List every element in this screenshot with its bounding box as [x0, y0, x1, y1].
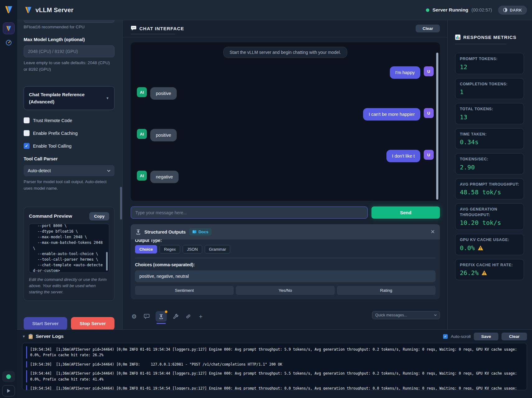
- tool-call-parser-select[interactable]: Auto-detect: [24, 165, 114, 176]
- checkbox-row[interactable]: Trust Remote Code: [24, 117, 114, 123]
- clamp-icon: [159, 314, 164, 319]
- dtype-hint: BFloat16 recommended for CPU: [24, 24, 114, 30]
- header-right-group: Server Running (00:02:57) DARK: [426, 6, 527, 15]
- quick-messages-select[interactable]: Quick messages...: [372, 311, 440, 319]
- book-icon: [192, 230, 197, 234]
- green-status-dot-icon: [6, 374, 11, 379]
- settings-checkbox-list: Trust Remote Code Enable Prefix Caching …: [24, 117, 114, 149]
- settings-scrollbar[interactable]: [120, 187, 122, 220]
- checkbox[interactable]: [24, 130, 30, 136]
- message-bubble: positive: [150, 129, 177, 141]
- metric-value: 0.34s: [460, 138, 478, 146]
- output-type-button[interactable]: Regex: [160, 245, 180, 253]
- command-scrollbar[interactable]: [106, 252, 108, 271]
- command-preview-editor[interactable]: --port 8000 \ --dtype bfloat16 \ --max-m…: [29, 224, 109, 273]
- choices-preset-button[interactable]: Rating: [337, 286, 436, 295]
- autoscroll-label: Auto-scroll: [451, 334, 471, 339]
- log-entry: [19:54:39] [1;36m(APIServer pid=34464) […: [26, 361, 523, 367]
- server-status-label: Server Running: [432, 7, 468, 13]
- metric-card: PROMPT TOKENS: 12: [455, 53, 524, 74]
- checkbox-row[interactable]: Enable Prefix Caching: [24, 130, 114, 136]
- output-type-button[interactable]: Grammar: [205, 245, 231, 253]
- rail-item-vllm[interactable]: [3, 22, 15, 34]
- theme-toggle-button[interactable]: DARK: [498, 6, 527, 15]
- rail-item-metrics[interactable]: [5, 39, 12, 46]
- command-preview-card: Command Preview Copy --port 8000 \ --dty…: [24, 207, 114, 301]
- chat-bubble-icon: [131, 26, 137, 31]
- status-indicator-button[interactable]: [2, 371, 15, 382]
- metric-card: AVG PROMPT THROUGHPUT: 48.58 tok/s: [455, 178, 524, 200]
- metric-value: 26.2%: [460, 269, 478, 277]
- output-type-label: Output Type:: [135, 239, 436, 243]
- checkbox[interactable]: [24, 143, 30, 149]
- log-entry: [19:54:54] [1;36m(APIServer pid=34464) […: [26, 385, 523, 390]
- logs-clear-button[interactable]: Clear: [502, 333, 527, 340]
- metric-label: PREFIX CACHE HIT RATE:: [460, 263, 519, 268]
- chat-messages-area[interactable]: Start the vLLM server and begin chatting…: [131, 42, 440, 201]
- vllm-icon: [6, 25, 12, 31]
- expand-panel-button[interactable]: [2, 385, 15, 396]
- close-icon[interactable]: ✕: [431, 229, 435, 235]
- chat-clear-button[interactable]: Clear: [416, 25, 440, 32]
- chat-template-reference-label: Chat Template Reference (Advanced): [29, 91, 100, 106]
- metric-card: TIME TAKEN: 0.34s: [455, 128, 524, 149]
- notification-dot-icon: [165, 310, 167, 313]
- output-type-button[interactable]: JSON: [183, 245, 202, 253]
- metric-value: 13: [460, 113, 467, 121]
- warning-icon: [478, 245, 483, 250]
- chat-scrollbar[interactable]: [436, 53, 438, 200]
- structured-outputs-toggle-button[interactable]: [156, 311, 167, 322]
- log-entry: [19:54:34] [1;36m(APIServer pid=34464) […: [26, 346, 523, 358]
- checkbox-label: Trust Remote Code: [33, 118, 72, 123]
- comment-icon[interactable]: [143, 311, 150, 322]
- log-output[interactable]: [19:54:34] [1;36m(APIServer pid=34464) […: [22, 343, 527, 390]
- metric-value: 2.90: [460, 163, 475, 171]
- metric-value: 12: [460, 63, 467, 71]
- gauge-icon: [5, 39, 12, 46]
- choices-preset-button[interactable]: Sentiment: [135, 286, 234, 295]
- link-icon[interactable]: [185, 311, 192, 322]
- metric-value: 0.0%: [460, 244, 475, 252]
- choices-input[interactable]: [135, 270, 436, 282]
- max-model-length-input[interactable]: [24, 45, 114, 57]
- stop-server-button[interactable]: Stop Server: [71, 317, 114, 330]
- chat-header-divider: [123, 37, 447, 37]
- autoscroll-checkbox[interactable]: [443, 334, 448, 339]
- copy-button[interactable]: Copy: [89, 212, 109, 220]
- metric-card-list: PROMPT TOKENS: 12 COMPLETION TOKENS: 1 T…: [455, 53, 524, 280]
- metric-card: GPU KV CACHE USAGE: 0.0%: [455, 234, 524, 255]
- command-preview-hint: Edit the command directly or use the for…: [29, 277, 109, 296]
- divider: [135, 258, 436, 258]
- active-tab-underline: [156, 323, 166, 324]
- theme-toggle-label: DARK: [510, 8, 522, 12]
- checkbox[interactable]: [24, 117, 30, 123]
- tool-call-parser-value: Auto-detect: [28, 168, 51, 173]
- chat-message-row: AI positive: [137, 129, 434, 141]
- bar-chart-icon: [455, 35, 460, 40]
- play-icon: [7, 389, 11, 393]
- settings-gear-icon[interactable]: ⚙: [131, 311, 138, 322]
- message-bubble: I don't like t: [386, 150, 420, 162]
- server-logs-panel: ▼ Server Logs Auto-scroll Save Clear [19…: [17, 329, 532, 398]
- collapse-triangle-icon[interactable]: ▼: [22, 334, 26, 338]
- output-type-button[interactable]: Choice: [135, 245, 157, 253]
- checkbox-row[interactable]: Enable Tool Calling: [24, 143, 114, 149]
- dtype-select-clipped[interactable]: [24, 20, 114, 23]
- metric-label: TOKENS/SEC:: [460, 157, 519, 162]
- start-server-button[interactable]: Start Server: [24, 317, 67, 330]
- send-button[interactable]: Send: [371, 206, 440, 219]
- message-bubble: positive: [150, 87, 177, 100]
- message-input[interactable]: [131, 206, 368, 219]
- metric-card: TOKENS/SEC: 2.90: [455, 153, 524, 174]
- chat-message-row: AI negative: [137, 171, 434, 183]
- metric-value: 1: [460, 88, 464, 96]
- choices-preset-button[interactable]: Yes/No: [236, 286, 334, 295]
- chat-template-reference-collapsible[interactable]: Chat Template Reference (Advanced) ▼: [24, 86, 114, 110]
- plus-icon[interactable]: ＋: [197, 311, 204, 322]
- settings-panel: BFloat16 recommended for CPU Max Model L…: [17, 20, 122, 329]
- docs-button[interactable]: Docs: [189, 228, 212, 235]
- vllm-logo-icon: [24, 6, 32, 14]
- wrench-icon[interactable]: [172, 311, 179, 322]
- logs-save-button[interactable]: Save: [474, 333, 499, 340]
- metric-card: AVG GENERATION THROUGHPUT: 10.20 tok/s: [455, 203, 524, 230]
